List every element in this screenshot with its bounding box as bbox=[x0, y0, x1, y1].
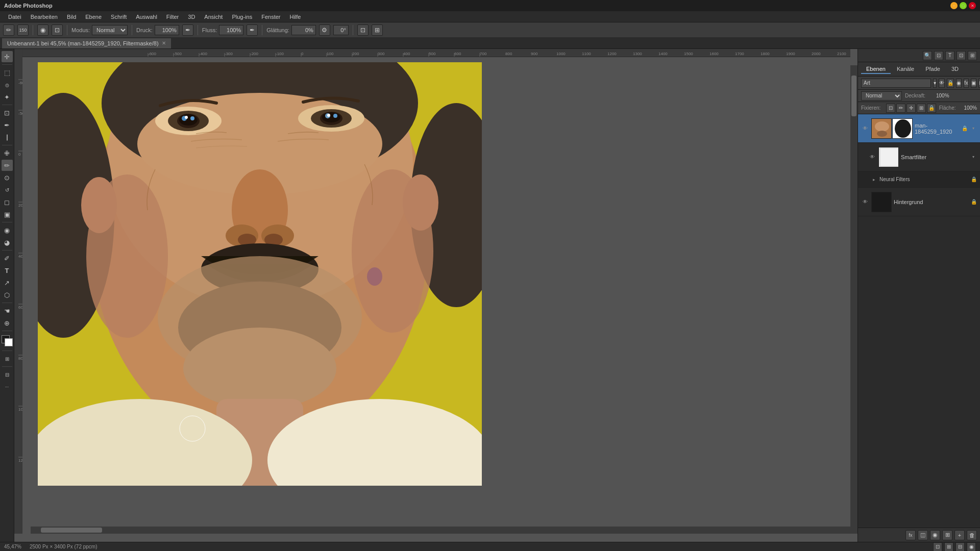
menu-bearbeiten[interactable]: Bearbeiten bbox=[27, 13, 62, 21]
active-tool-icon[interactable]: ✏ bbox=[3, 24, 14, 36]
menu-datei[interactable]: Datei bbox=[4, 13, 26, 21]
close-button[interactable]: ✕ bbox=[969, 2, 976, 9]
modus-select[interactable]: Normal bbox=[92, 25, 128, 35]
status-icon-3[interactable]: ⊟ bbox=[955, 542, 965, 552]
horizontal-scrollbar[interactable] bbox=[31, 527, 857, 534]
tool-screenmode[interactable]: ⊟ bbox=[2, 369, 13, 380]
tool-zoom[interactable]: ⊕ bbox=[2, 317, 13, 329]
filter-type-btn[interactable]: ▾ bbox=[933, 79, 937, 88]
tab-ebenen[interactable]: Ebenen bbox=[861, 65, 891, 74]
lock-all2-btn[interactable]: 🔒 bbox=[927, 104, 936, 113]
druck-stylus-icon[interactable]: ✒ bbox=[182, 24, 193, 36]
tool-lasso[interactable]: ⌾ bbox=[2, 79, 13, 90]
brush-picker-icon[interactable]: ◉ bbox=[37, 24, 48, 36]
filter-mode-btn[interactable]: ▣ bbox=[971, 79, 976, 88]
status-icon-1[interactable]: ⊡ bbox=[933, 542, 942, 552]
menu-auswahl[interactable]: Auswahl bbox=[132, 13, 161, 21]
panel-search-icon[interactable]: 🔍 bbox=[923, 51, 932, 60]
layer-vis-main[interactable]: 👁 bbox=[861, 124, 869, 133]
filter-lock-btn[interactable]: 🔒 bbox=[947, 79, 954, 88]
layer-search-input[interactable] bbox=[861, 79, 931, 88]
layer-delete-btn[interactable]: 🗑 bbox=[967, 530, 977, 540]
layer-item-smartfilter[interactable]: 👁 Smartfilter ▾ bbox=[858, 143, 980, 171]
vertical-scrollbar[interactable] bbox=[850, 65, 857, 527]
layer-fx-btn[interactable]: fx bbox=[905, 530, 916, 540]
tab-close-btn[interactable]: ✕ bbox=[162, 40, 166, 46]
lock-pos-btn[interactable]: ✛ bbox=[906, 104, 916, 113]
blend-mode-select[interactable]: Normal bbox=[861, 91, 902, 101]
menu-ebene[interactable]: Ebene bbox=[81, 13, 106, 21]
background-color[interactable] bbox=[5, 338, 13, 346]
tool-path[interactable]: ↗ bbox=[2, 277, 13, 288]
panel-icon-4[interactable]: ⊞ bbox=[968, 51, 977, 60]
maximize-button[interactable]: □ bbox=[960, 2, 967, 9]
tool-ruler[interactable]: ┃ bbox=[2, 132, 13, 143]
tab-kanaele[interactable]: Kanäle bbox=[892, 65, 919, 74]
menu-plugins[interactable]: Plug-ins bbox=[228, 13, 256, 21]
glaettung-settings[interactable]: ⚙ bbox=[319, 24, 330, 36]
canvas-image[interactable] bbox=[38, 62, 482, 486]
brush-symmetry-icon[interactable]: ⊞ bbox=[372, 24, 383, 36]
tool-select-rect[interactable]: ⬚ bbox=[2, 67, 13, 78]
fluss-input[interactable] bbox=[219, 25, 243, 35]
layer-group-btn[interactable]: ⊞ bbox=[942, 530, 952, 540]
tool-eyedropper[interactable]: ✒ bbox=[2, 119, 13, 131]
tool-clone[interactable]: ⊙ bbox=[2, 172, 13, 183]
filter-effect-btn[interactable]: fx bbox=[964, 79, 969, 88]
lock-all-btn[interactable]: ⊡ bbox=[886, 104, 895, 113]
tool-shape[interactable]: ⬡ bbox=[2, 289, 13, 300]
filter-vis-btn[interactable]: 👁 bbox=[939, 79, 945, 88]
tool-type[interactable]: T bbox=[2, 265, 13, 276]
menu-hilfe[interactable]: Hilfe bbox=[285, 13, 305, 21]
glaettung-input[interactable] bbox=[291, 25, 316, 35]
layer-vis-smartfilter[interactable]: 👁 bbox=[868, 153, 876, 161]
tool-pen[interactable]: ✐ bbox=[2, 253, 13, 264]
tab-3d[interactable]: 3D bbox=[946, 65, 964, 74]
layer-adjustment-btn[interactable]: ◉ bbox=[930, 530, 940, 540]
tool-more[interactable]: ··· bbox=[2, 381, 13, 392]
layer-mask-btn[interactable]: ◫ bbox=[918, 530, 928, 540]
layer-item-main[interactable]: 👁 bbox=[858, 114, 980, 143]
menu-bild[interactable]: Bild bbox=[63, 13, 80, 21]
panel-icon-2[interactable]: T bbox=[945, 51, 954, 60]
layer-add-btn[interactable]: + bbox=[954, 530, 965, 540]
lock-artboard-btn[interactable]: ⊞ bbox=[917, 104, 926, 113]
tool-gradient[interactable]: ▣ bbox=[2, 209, 13, 220]
tool-move[interactable]: ✛ bbox=[2, 51, 13, 62]
layer-expand-smartfilter[interactable]: ▾ bbox=[970, 154, 977, 161]
menu-schrift[interactable]: Schrift bbox=[107, 13, 131, 21]
layer-item-neural[interactable]: ▸ Neural Filters 🔒 bbox=[858, 171, 980, 188]
tool-dodge[interactable]: ◕ bbox=[2, 237, 13, 248]
pressure-icon[interactable]: ⊡ bbox=[357, 24, 369, 36]
minimize-button[interactable]: − bbox=[950, 2, 958, 9]
status-icon-4[interactable]: ◉ bbox=[967, 542, 976, 552]
angle-input[interactable] bbox=[333, 25, 349, 35]
neural-expand-icon[interactable]: ▸ bbox=[870, 176, 877, 183]
tool-brush[interactable]: ✏ bbox=[2, 160, 13, 171]
tool-heal[interactable]: ✙ bbox=[2, 147, 13, 159]
document-tab[interactable]: Unbenannt-1 bei 45,5% (man-1845259_1920,… bbox=[2, 38, 172, 48]
tool-history[interactable]: ↺ bbox=[2, 184, 13, 195]
menu-filter[interactable]: Filter bbox=[162, 13, 183, 21]
tool-blur[interactable]: ◉ bbox=[2, 224, 13, 236]
menu-ansicht[interactable]: Ansicht bbox=[200, 13, 227, 21]
panel-icon-3[interactable]: ⊡ bbox=[957, 51, 966, 60]
tool-eraser[interactable]: ◻ bbox=[2, 196, 13, 208]
tool-crop[interactable]: ⊡ bbox=[2, 107, 13, 118]
toggle-icon-1[interactable]: ⊡ bbox=[52, 24, 63, 36]
panel-icon-1[interactable]: ⊡ bbox=[934, 51, 943, 60]
tool-magic-wand[interactable]: ✦ bbox=[2, 91, 13, 103]
layer-vis-hintergrund[interactable]: 👁 bbox=[861, 198, 869, 206]
layer-item-hintergrund[interactable]: 👁 Hintergrund 🔒 bbox=[858, 188, 980, 216]
menu-3d[interactable]: 3D bbox=[184, 13, 199, 21]
color-swatches[interactable] bbox=[2, 335, 13, 346]
vscroll-thumb[interactable] bbox=[851, 76, 856, 116]
lock-draw-btn[interactable]: ✏ bbox=[896, 104, 905, 113]
tool-hand[interactable]: ☚ bbox=[2, 305, 13, 316]
layer-expand-main[interactable]: ▾ bbox=[970, 125, 977, 132]
filter-color-btn[interactable]: ◉ bbox=[956, 79, 962, 88]
tab-pfade[interactable]: Pfade bbox=[920, 65, 945, 74]
hscroll-thumb[interactable] bbox=[41, 528, 102, 533]
druck-input[interactable] bbox=[155, 25, 179, 35]
tool-quickmask[interactable]: ⊞ bbox=[2, 353, 13, 364]
